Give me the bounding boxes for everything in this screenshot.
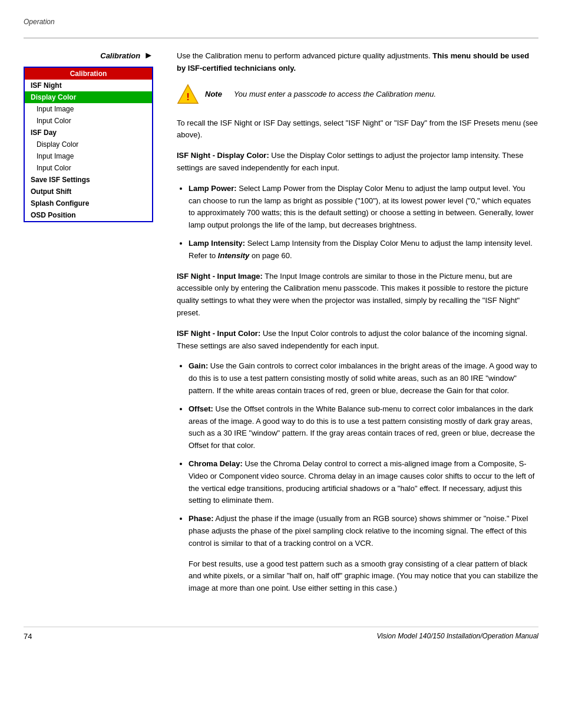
svg-text:!: ! — [186, 91, 190, 103]
menu-item-save-isf[interactable]: Save ISF Settings — [25, 174, 152, 186]
bullet-lamp-intensity: Lamp Intensity: Select Lamp Intensity fr… — [189, 238, 538, 262]
offset-text: Use the Offset controls in the White Bal… — [189, 404, 535, 450]
bullet-gain: Gain: Use the Gain controls to correct c… — [189, 360, 538, 397]
isf-night-input-color-heading: ISF Night - Input Color: — [177, 329, 260, 338]
note-text: You must enter a passcode to access the … — [234, 88, 436, 100]
phase-text: Adjust the phase if the image (usually f… — [189, 514, 528, 548]
top-divider — [24, 38, 538, 38]
lamp-intensity-page: on page 60. — [252, 251, 292, 260]
lamp-power-term: Lamp Power: — [189, 184, 237, 193]
lamp-power-text: Select Lamp Power from the Display Color… — [189, 184, 534, 229]
page-wrapper: Operation Calibration ► Calibration ISF … — [0, 0, 562, 728]
gain-term: Gain: — [189, 361, 208, 370]
main-content: Calibration ► Calibration ISF Night Disp… — [24, 50, 538, 603]
phase-extra-text: For best results, use a good test patter… — [189, 558, 538, 595]
isf-night-display-color-section: ISF Night - Display Color: Use the Displ… — [177, 150, 538, 174]
isf-night-input-image-heading: ISF Night - Input Image: — [177, 272, 263, 281]
menu-item-display-color-night[interactable]: Display Color — [25, 91, 152, 103]
calibration-section-label: Calibration — [100, 51, 140, 60]
display-color-bullets: Lamp Power: Select Lamp Power from the D… — [189, 183, 538, 262]
menu-item-display-color-day[interactable]: Display Color — [25, 139, 152, 150]
bullet-lamp-power: Lamp Power: Select Lamp Power from the D… — [189, 183, 538, 232]
isf-night-input-color-section: ISF Night - Input Color: Use the Input C… — [177, 328, 538, 353]
lamp-intensity-term: Lamp Intensity: — [189, 239, 245, 248]
bullet-offset: Offset: Use the Offset controls in the W… — [189, 403, 538, 452]
menu-item-splash-configure[interactable]: Splash Configure — [25, 197, 152, 209]
chroma-delay-term: Chroma Delay: — [189, 459, 243, 468]
note-row: ! Note You must enter a passcode to acce… — [177, 83, 436, 106]
intro-text-normal: Use the Calibration menu to perform adva… — [177, 51, 431, 60]
note-box: ! Note You must enter a passcode to acce… — [177, 83, 538, 106]
recall-text: To recall the ISF Night or ISF Day setti… — [177, 117, 538, 142]
bullet-chroma-delay: Chroma Delay: Use the Chroma Delay contr… — [189, 458, 538, 507]
footer-title: Vision Model 140/150 Installation/Operat… — [376, 632, 538, 640]
menu-item-output-shift[interactable]: Output Shift — [25, 186, 152, 197]
gain-text: Use the Gain controls to correct color i… — [189, 361, 537, 395]
menu-item-input-color-night[interactable]: Input Color — [25, 115, 152, 127]
left-column: Calibration ► Calibration ISF Night Disp… — [24, 50, 165, 603]
menu-item-input-image-day[interactable]: Input Image — [25, 150, 152, 162]
phase-term: Phase: — [189, 514, 214, 523]
bullet-phase: Phase: Adjust the phase if the image (us… — [189, 513, 538, 549]
input-color-bullets: Gain: Use the Gain controls to correct c… — [189, 360, 538, 549]
intro-text: Use the Calibration menu to perform adva… — [177, 50, 538, 75]
calibration-arrow: Calibration ► — [24, 50, 153, 61]
menu-item-input-image-night[interactable]: Input Image — [25, 103, 152, 115]
menu-item-isf-day[interactable]: ISF Day — [25, 127, 152, 139]
operation-label: Operation — [24, 18, 538, 26]
intensity-link[interactable]: Intensity — [218, 251, 249, 260]
arrow-right-icon: ► — [144, 50, 153, 61]
note-label: Note — [205, 90, 222, 98]
calibration-menu: Calibration ISF Night Display Color Inpu… — [24, 67, 153, 222]
offset-term: Offset: — [189, 404, 213, 413]
menu-item-input-color-day[interactable]: Input Color — [25, 162, 152, 174]
isf-night-display-color-heading: ISF Night - Display Color: — [177, 151, 269, 160]
menu-item-isf-night[interactable]: ISF Night — [25, 80, 152, 91]
right-column: Use the Calibration menu to perform adva… — [165, 50, 538, 603]
page-number: 74 — [24, 632, 32, 641]
page-footer: 74 Vision Model 140/150 Installation/Ope… — [24, 627, 538, 641]
isf-night-input-image-section: ISF Night - Input Image: The Input Image… — [177, 271, 538, 319]
menu-header: Calibration — [25, 68, 152, 80]
warning-triangle-icon: ! — [177, 83, 199, 106]
menu-item-osd-position[interactable]: OSD Position — [25, 209, 152, 221]
